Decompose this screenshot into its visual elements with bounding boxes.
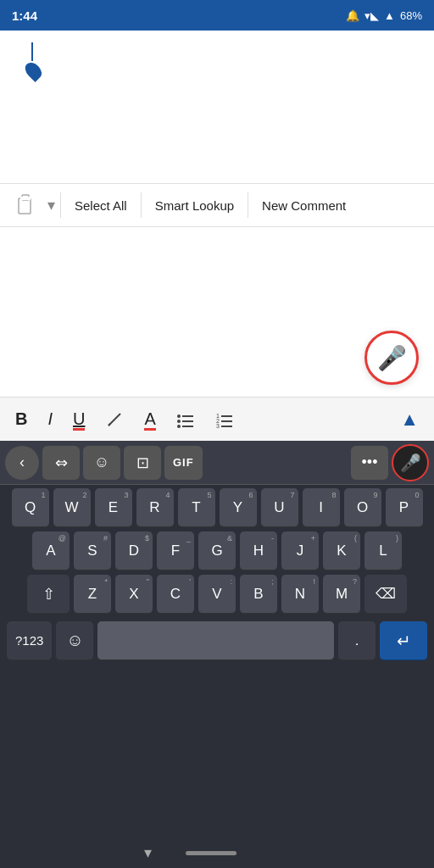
key-c[interactable]: 'C (157, 575, 194, 614)
keys-section: 1Q 2W 3E 4R 5T 6Y 7U 8I 9O 0P @A #S $D _… (0, 485, 434, 664)
document-area (0, 31, 434, 183)
expand-toolbar-button[interactable]: ▲ (393, 403, 426, 436)
emoji-key[interactable]: ☺ (56, 621, 93, 660)
context-chevron[interactable]: ▾ (44, 196, 58, 214)
cursor-line (31, 42, 33, 61)
period-key[interactable]: . (338, 621, 376, 660)
new-comment-button[interactable]: New Comment (250, 190, 358, 221)
context-divider-2 (141, 192, 142, 218)
context-menu-bar: ▾ Select All Smart Lookup New Comment (0, 183, 434, 227)
key-m[interactable]: ?M (323, 575, 360, 614)
key-row-2: @A #S $D _F &G -H +J (K )L (3, 531, 431, 570)
nav-bar: ▾ (0, 837, 434, 868)
key-v[interactable]: :V (198, 575, 236, 614)
key-row-3: ⇧ *Z "X 'C :V ;B !N ?M ⌫ (3, 575, 431, 614)
key-row-1: 1Q 2W 3E 4R 5T 6Y 7U 8I 9O 0P (3, 488, 431, 527)
key-q[interactable]: 1Q (12, 488, 49, 527)
home-indicator[interactable] (186, 851, 236, 855)
space-key[interactable] (97, 621, 334, 660)
backspace-key[interactable]: ⌫ (364, 575, 407, 614)
key-i[interactable]: 8I (303, 488, 340, 527)
key-s[interactable]: #S (74, 531, 111, 570)
pencil-button[interactable] (98, 405, 131, 434)
wifi-icon: ▾◣ (364, 9, 379, 22)
text-cursor (25, 42, 39, 81)
svg-rect-2 (20, 197, 31, 200)
numbered-list-button[interactable]: 1 2 3 (209, 405, 241, 434)
voice-floating-button[interactable]: 🎤 (364, 331, 419, 385)
nav-chevron-icon[interactable]: ▾ (144, 843, 152, 862)
svg-text:3: 3 (216, 423, 220, 429)
key-l[interactable]: )L (364, 531, 402, 570)
keyboard-top-row: ‹ ⇔ ☺ ⊡ GIF ••• 🎤 (0, 441, 434, 485)
cursor-drop (22, 59, 45, 82)
key-y[interactable]: 6Y (220, 488, 257, 527)
battery-icon: 68% (400, 9, 422, 22)
key-x[interactable]: "X (115, 575, 153, 614)
key-b[interactable]: ;B (240, 575, 277, 614)
formatting-toolbar: B I U A 1 2 3 ▲ (0, 397, 434, 441)
key-g[interactable]: &G (198, 531, 236, 570)
key-a[interactable]: @A (32, 531, 70, 570)
key-k[interactable]: (K (323, 531, 360, 570)
italic-button[interactable]: I (41, 404, 59, 434)
status-bar: 1:44 🔔 ▾◣ ▲ 68% (0, 0, 434, 31)
key-row-bottom: ?123 ☺ . ↵ (3, 618, 431, 664)
key-n[interactable]: !N (281, 575, 319, 614)
sticker-button[interactable]: ☺ (83, 446, 120, 480)
num-key[interactable]: ?123 (7, 621, 52, 660)
cursor-move-button[interactable]: ⇔ (42, 446, 80, 480)
keyboard-area: ‹ ⇔ ☺ ⊡ GIF ••• 🎤 1Q 2W 3E 4R 5T 6Y 7U 8… (0, 441, 434, 868)
key-d[interactable]: $D (115, 531, 153, 570)
text-color-button[interactable]: A (137, 404, 162, 434)
more-options-button[interactable]: ••• (351, 446, 388, 480)
svg-line-4 (108, 424, 110, 426)
paste-icon[interactable] (7, 186, 44, 224)
key-z[interactable]: *Z (74, 575, 111, 614)
svg-point-9 (177, 425, 181, 428)
shift-key[interactable]: ⇧ (27, 575, 70, 614)
enter-key[interactable]: ↵ (380, 621, 427, 660)
alarm-icon: 🔔 (346, 9, 359, 22)
bullet-list-button[interactable] (170, 405, 202, 434)
gif-button[interactable]: GIF (164, 446, 203, 480)
status-icons: 🔔 ▾◣ ▲ 68% (346, 9, 422, 22)
key-o[interactable]: 9O (344, 488, 381, 527)
smart-lookup-button[interactable]: Smart Lookup (143, 190, 246, 221)
keyboard-mic-button[interactable]: 🎤 (392, 444, 429, 481)
key-u[interactable]: 7U (261, 488, 298, 527)
keyboard-back-button[interactable]: ‹ (5, 446, 39, 480)
key-w[interactable]: 2W (53, 488, 91, 527)
key-h[interactable]: -H (240, 531, 277, 570)
select-all-button[interactable]: Select All (63, 190, 139, 221)
status-time: 1:44 (12, 8, 37, 23)
underline-button[interactable]: U (66, 404, 92, 434)
context-divider (60, 192, 61, 218)
clipboard-button[interactable]: ⊡ (124, 446, 161, 480)
microphone-icon: 🎤 (377, 344, 407, 372)
svg-line-3 (108, 414, 120, 426)
signal-icon: ▲ (384, 9, 395, 22)
key-j[interactable]: +J (281, 531, 319, 570)
key-t[interactable]: 5T (178, 488, 215, 527)
key-f[interactable]: _F (157, 531, 194, 570)
key-e[interactable]: 3E (95, 488, 132, 527)
key-r[interactable]: 4R (136, 488, 174, 527)
svg-point-5 (177, 415, 181, 418)
bold-button[interactable]: B (8, 404, 34, 434)
key-p[interactable]: 0P (386, 488, 423, 527)
svg-point-7 (177, 420, 181, 423)
context-divider-3 (248, 192, 248, 218)
